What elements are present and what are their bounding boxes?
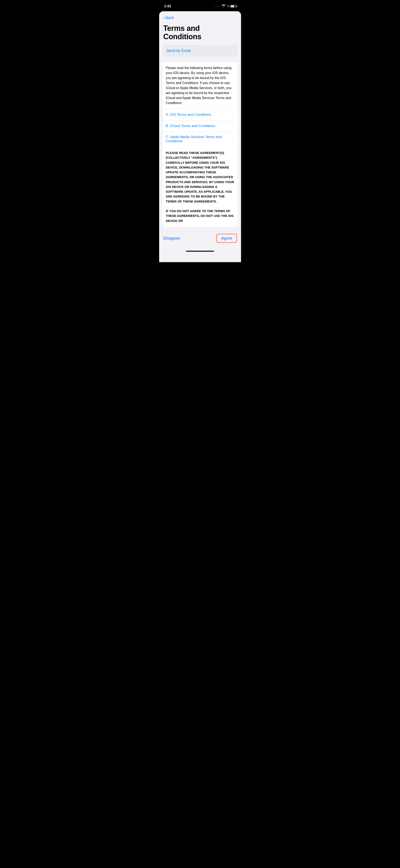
disagree-button[interactable]: Disagree bbox=[163, 235, 180, 242]
ios-terms-link[interactable]: A. iOS Terms and Conditions › bbox=[163, 109, 238, 120]
apple-media-terms-label: C. Apple Media Services Terms and Condit… bbox=[166, 135, 233, 143]
terms-box: Please read the following terms before u… bbox=[163, 62, 238, 227]
agree-button[interactable]: Agree bbox=[216, 234, 237, 243]
bottom-bar: Disagree Agree bbox=[159, 231, 241, 249]
back-label: Back bbox=[165, 16, 174, 20]
status-icons: 73 bbox=[214, 4, 236, 8]
home-bar bbox=[186, 251, 214, 252]
ios-terms-label: A. iOS Terms and Conditions bbox=[166, 113, 211, 117]
page-title: Terms and Conditions bbox=[163, 24, 237, 41]
terms-intro: Please read the following terms before u… bbox=[163, 62, 238, 109]
status-time: 1:43 bbox=[164, 4, 171, 8]
ios-terms-chevron-icon: › bbox=[233, 113, 234, 117]
battery-icon: 73 bbox=[227, 5, 236, 8]
wifi-icon bbox=[222, 4, 225, 8]
icloud-terms-link[interactable]: B. iCloud Terms and Conditions › bbox=[163, 120, 238, 132]
apple-media-terms-chevron-icon: › bbox=[233, 137, 234, 142]
back-button[interactable]: ‹ Back bbox=[163, 14, 174, 21]
send-email-section: Send by Email bbox=[163, 45, 238, 57]
battery-level: 73 bbox=[227, 5, 229, 8]
send-email-button[interactable]: Send by Email bbox=[163, 45, 238, 57]
apple-media-terms-link[interactable]: C. Apple Media Services Terms and Condit… bbox=[163, 132, 238, 147]
back-chevron-icon: ‹ bbox=[163, 15, 165, 20]
home-indicator bbox=[159, 249, 241, 254]
status-bar: 1:43 73 bbox=[159, 0, 241, 11]
icloud-terms-chevron-icon: › bbox=[233, 124, 234, 128]
icloud-terms-label: B. iCloud Terms and Conditions bbox=[166, 124, 215, 128]
nav-bar: ‹ Back bbox=[159, 11, 241, 23]
page-title-section: Terms and Conditions bbox=[159, 23, 241, 45]
signal-icon bbox=[214, 6, 221, 7]
terms-body: PLEASE READ THESE AGREEMENT(S) (COLLECTI… bbox=[163, 147, 238, 227]
